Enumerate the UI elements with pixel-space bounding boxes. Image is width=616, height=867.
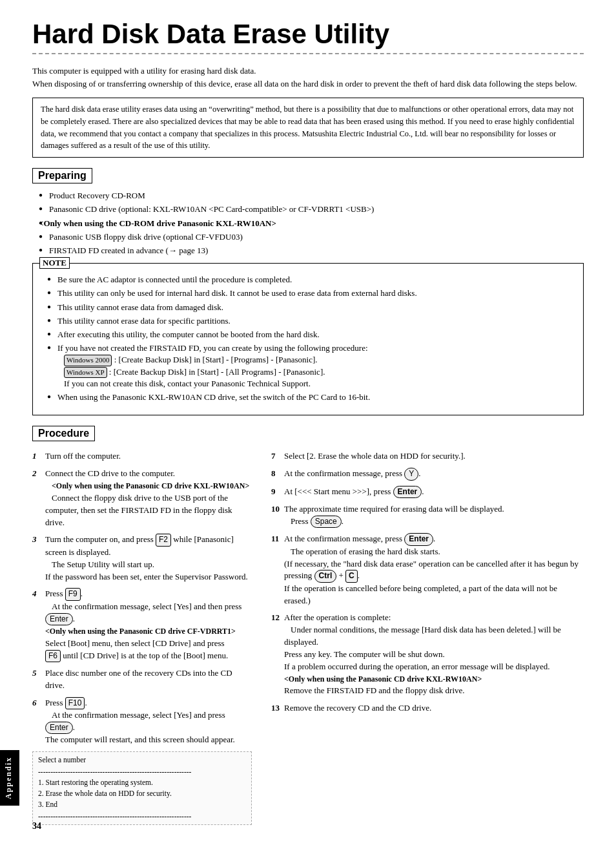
step-10: 10 The approximate time required for era… [271,503,584,528]
procedure-steps-left: 1 Turn off the computer. 2 Connect the C… [32,450,252,746]
list-item: This utility cannot erase data from dama… [47,302,575,313]
step-12: 12 After the operation is complete: Unde… [271,612,584,697]
preparing-list: Product Recovery CD-ROM Panasonic CD dri… [39,190,584,256]
list-item: This utility can only be used for intern… [47,287,575,299]
step-13: 13 Remove the recovery CD and the CD dri… [271,702,584,715]
procedure-columns: 1 Turn off the computer. 2 Connect the C… [32,450,584,824]
step-4: 4 Press F9. At the confirmation message,… [32,588,252,662]
list-item: FIRSTAID FD created in advance (→ page 1… [39,245,584,256]
warning-box: The hard disk data erase utility erases … [32,98,584,158]
page-title: Hard Disk Data Erase Utility [32,19,584,49]
procedure-right-col: 7 Select [2. Erase the whole data on HDD… [271,450,584,824]
f9-key: F9 [65,588,81,600]
title-divider [32,53,584,54]
windowsxp-badge: Windows XP [64,367,107,378]
intro-text: This computer is equipped with a utility… [32,65,584,90]
step-8: 8 At the confirmation message, press Y. [271,468,584,480]
enter-key-4: Enter [45,613,73,625]
step-6: 6 Press F10. At the confirmation message… [32,697,252,746]
space-key: Space [311,516,342,528]
list-item-bold: <Only when using the CD-ROM drive Panaso… [39,218,584,229]
ctrl-key: Ctrl [314,570,337,582]
list-item: Panasonic CD drive (optional: KXL-RW10AN… [39,204,584,215]
f6-key: F6 [45,650,61,662]
f2-key: F2 [156,534,171,546]
list-item: Panasonic USB floppy disk drive (optiona… [39,231,584,243]
enter-key-6: Enter [45,722,73,734]
step-2: 2 Connect the CD drive to the computer. … [32,468,252,528]
list-item: When using the Panasonic KXL-RW10AN CD d… [47,392,575,403]
page: Hard Disk Data Erase Utility This comput… [0,0,616,844]
c-key: C [345,570,358,582]
procedure-section-title: Procedure [32,426,95,441]
step-3: 3 Turn the computer on, and press F2 whi… [32,534,252,583]
list-item: Be sure the AC adaptor is connected unti… [47,274,575,286]
list-item: If you have not created the FIRSTAID FD,… [47,342,575,390]
step-11: 11 At the confirmation message, press En… [271,533,584,607]
step-7: 7 Select [2. Erase the whole data on HDD… [271,450,584,463]
appendix-tab: Appendix [0,750,19,806]
note-list: Be sure the AC adaptor is connected unti… [47,274,575,403]
enter-key-9: Enter [393,486,422,498]
procedure-steps-right: 7 Select [2. Erase the whole data on HDD… [271,450,584,715]
f10-key: F10 [65,697,85,709]
preparing-section-title: Preparing [32,168,92,183]
list-item: This utility cannot erase data for speci… [47,315,575,327]
y-key: Y [404,468,418,480]
step-1: 1 Turn off the computer. [32,450,252,463]
step-5: 5 Place disc number one of the recovery … [32,667,252,692]
note-box: NOTE Be sure the AC adaptor is connected… [32,263,584,415]
terminal-box: Select a number ------------------------… [32,751,252,825]
page-number: 34 [32,821,41,831]
note-label: NOTE [39,257,70,269]
windows2000-badge: Windows 2000 [64,355,112,366]
enter-key-11: Enter [404,533,433,545]
step-9: 9 At [<<< Start menu >>>], press Enter. [271,486,584,498]
procedure-left-col: 1 Turn off the computer. 2 Connect the C… [32,450,252,824]
list-item: Product Recovery CD-ROM [39,190,584,202]
list-item: After executing this utility, the comput… [47,329,575,340]
